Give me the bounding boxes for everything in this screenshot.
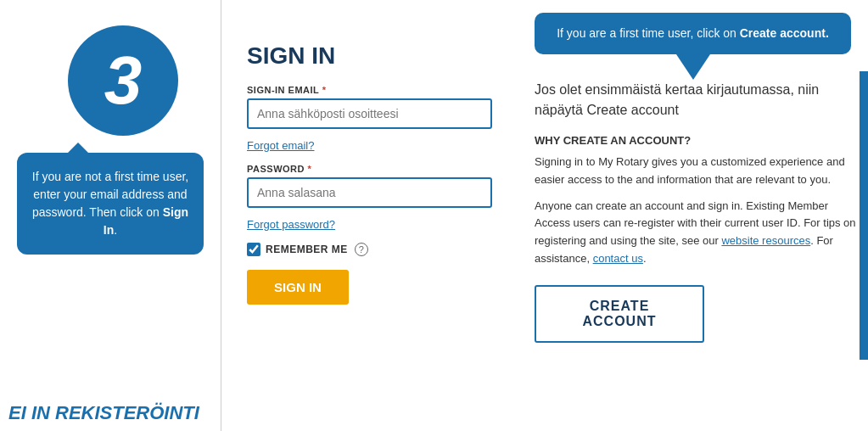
required-star-password: * xyxy=(308,164,312,174)
left-callout-text: If you are not a first time user, enter … xyxy=(32,170,188,237)
top-callout-bold: Create account. xyxy=(740,26,829,40)
bottom-label: EI IN REKISTERÖINTI xyxy=(0,395,221,431)
middle-section: SIGN IN SIGN-IN EMAIL * Forgot email? PA… xyxy=(221,0,518,431)
required-star-email: * xyxy=(322,85,327,95)
step-number: 3 xyxy=(104,47,143,115)
remember-label: REMEMBER ME xyxy=(266,243,348,255)
remember-row: REMEMBER ME ? xyxy=(247,243,492,256)
email-label: SIGN-IN EMAIL * xyxy=(247,85,492,95)
top-callout: If you are a first time user, click on C… xyxy=(535,13,851,54)
why-create-para2: Anyone can create an account and sign in… xyxy=(535,198,860,268)
page-wrapper: 3 If you are not a first time user, ente… xyxy=(0,0,868,431)
left-callout-bold: Sign In xyxy=(104,205,188,237)
right-main: Jos olet ensimmäistä kertaa kirjautumass… xyxy=(535,80,851,343)
password-field-group: PASSWORD * xyxy=(247,164,492,211)
forgot-email-link[interactable]: Forgot email? xyxy=(247,139,492,152)
email-field-group: SIGN-IN EMAIL * xyxy=(247,85,492,132)
create-account-button[interactable]: CREATE ACCOUNT xyxy=(535,285,704,343)
website-resources-link[interactable]: website resources xyxy=(721,234,810,247)
password-label: PASSWORD * xyxy=(247,164,492,174)
email-input[interactable] xyxy=(247,98,492,129)
forgot-password-link[interactable]: Forgot password? xyxy=(247,218,492,231)
password-input[interactable] xyxy=(247,177,492,208)
right-col-left: Jos olet ensimmäistä kertaa kirjautumass… xyxy=(535,80,860,343)
right-section: If you are a first time user, click on C… xyxy=(518,0,868,431)
top-callout-text: If you are a first time user, click on C… xyxy=(557,26,829,40)
sign-in-button[interactable]: SIGN IN xyxy=(247,270,349,305)
left-callout: If you are not a first time user, enter … xyxy=(17,153,204,255)
remember-checkbox[interactable] xyxy=(247,243,260,256)
help-icon[interactable]: ? xyxy=(355,243,368,256)
sign-in-title: SIGN IN xyxy=(247,42,492,70)
left-section: 3 If you are not a first time user, ente… xyxy=(0,0,221,431)
finnish-callout-text: Jos olet ensimmäistä kertaa kirjautumass… xyxy=(535,80,860,120)
contact-us-link[interactable]: contact us xyxy=(593,252,643,265)
why-create-title: WHY CREATE AN ACCOUNT? xyxy=(535,134,860,147)
why-create-para1: Signing in to My Rotary gives you a cust… xyxy=(535,154,860,189)
step-circle: 3 xyxy=(68,25,178,136)
right-border-bar xyxy=(860,71,868,360)
